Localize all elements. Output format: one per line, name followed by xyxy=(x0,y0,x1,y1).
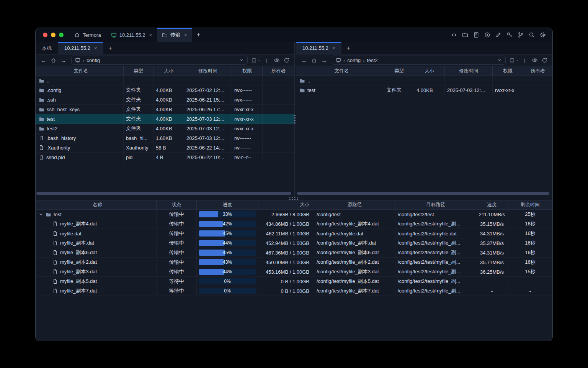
close-icon[interactable]: × xyxy=(94,46,97,51)
column-header-target[interactable]: 目标路径 xyxy=(395,200,476,209)
chevron-down-icon[interactable] xyxy=(239,58,244,62)
column-header-size[interactable]: 大小 xyxy=(414,66,445,76)
left-file-table: 文件名 类型 大小 修改时间 权限 所有者 .. xyxy=(36,66,294,197)
column-header-name[interactable]: 名称 xyxy=(36,200,157,209)
file-row[interactable]: .Xauthority Xauthority 58 B 2025-06-22 1… xyxy=(36,143,294,153)
column-header-owner[interactable]: 所有者 xyxy=(523,66,552,76)
right-path-bar[interactable]: › config › test2 xyxy=(332,56,506,65)
file-row[interactable]: test 文件夹 4.00KB 2025-07-03 12:... rwxr-x… xyxy=(296,85,552,95)
horizontal-splitter[interactable] xyxy=(36,197,552,200)
transfer-row[interactable]: myfile_副本.dat 传输中 44% 452.94MB / 1.00GB … xyxy=(36,238,552,248)
expand-chevron-icon[interactable] xyxy=(39,212,43,217)
file-row[interactable]: .config 文件夹 4.00KB 2025-07-02 12:... rwx… xyxy=(36,85,294,95)
show-hidden-button[interactable] xyxy=(272,56,281,65)
home-button[interactable] xyxy=(310,56,318,65)
settings-button[interactable] xyxy=(539,31,546,39)
tab-transfer[interactable]: 传输 × xyxy=(157,28,192,42)
left-new-tab-button[interactable]: + xyxy=(103,42,117,54)
file-row[interactable]: test2 文件夹 4.00KB 2025-07-03 12:... rwxr-… xyxy=(36,124,294,133)
back-button[interactable]: ← xyxy=(300,56,309,65)
transfer-row[interactable]: myfile_副本3.dat 传输中 44% 453.16MB / 1.00GB… xyxy=(36,267,552,277)
column-header-speed[interactable]: 速度 xyxy=(476,200,508,209)
file-row[interactable]: test 文件夹 4.00KB 2025-07-03 12:... rwxr-x… xyxy=(36,114,294,124)
file-row[interactable]: .. xyxy=(296,76,552,85)
column-header-eta[interactable]: 剩余时间 xyxy=(508,200,552,209)
show-hidden-button[interactable] xyxy=(530,56,539,65)
minimize-window-button[interactable] xyxy=(51,33,56,37)
progress-label: 45% xyxy=(199,230,256,237)
file-row[interactable]: ssh_host_keys 文件夹 4.00KB 2025-06-26 17:.… xyxy=(36,105,294,114)
file-perm xyxy=(493,76,523,85)
column-header-mtime[interactable]: 修改时间 xyxy=(184,66,232,76)
refresh-button[interactable] xyxy=(540,56,549,65)
close-icon[interactable]: × xyxy=(184,33,187,38)
forward-button[interactable]: → xyxy=(59,56,68,65)
transfer-name: myfile_副本.dat xyxy=(60,240,94,246)
close-window-button[interactable] xyxy=(43,33,47,37)
column-header-status[interactable]: 状态 xyxy=(157,200,197,209)
breadcrumb-segment[interactable]: test2 xyxy=(367,58,377,63)
tab-left-host[interactable]: 10.211.55.2 × xyxy=(58,42,103,54)
sftp-button[interactable] xyxy=(461,31,469,39)
transfer-row[interactable]: myfile.dat 传输中 45% 462.11MB / 1.00GB /co… xyxy=(36,229,552,238)
tab-termora-home[interactable]: Termora xyxy=(69,28,106,42)
transfer-row[interactable]: myfile_副本2.dat 传输中 43% 450.00MB / 1.00GB… xyxy=(36,258,552,267)
zoom-window-button[interactable] xyxy=(59,33,64,37)
horizontal-scrollbar[interactable] xyxy=(36,192,291,195)
breadcrumb-segment[interactable]: config xyxy=(347,58,361,63)
computer-icon xyxy=(75,58,80,63)
column-header-perm[interactable]: 权限 xyxy=(493,66,523,76)
tab-ssh-host[interactable]: 10.211.55.2 × xyxy=(106,28,157,42)
horizontal-scrollbar[interactable] xyxy=(297,192,549,195)
code-button[interactable] xyxy=(450,31,457,39)
file-row[interactable]: .. xyxy=(36,76,294,85)
back-button[interactable]: ← xyxy=(39,56,48,65)
column-header-filename[interactable]: 文件名 xyxy=(36,66,124,76)
transfer-row[interactable]: test 传输中 33% 2.66GB / 8.00GB /config/tes… xyxy=(36,210,552,219)
column-header-filename[interactable]: 文件名 xyxy=(296,66,384,76)
column-header-size[interactable]: 大小 xyxy=(154,66,184,76)
right-new-tab-button[interactable]: + xyxy=(341,42,355,54)
column-header-perm[interactable]: 权限 xyxy=(232,66,263,76)
file-row[interactable]: sshd.pid pid 4 B 2025-06-22 10:... rw-r-… xyxy=(36,153,294,162)
column-header-source[interactable]: 源路径 xyxy=(314,200,395,209)
column-header-owner[interactable]: 所有者 xyxy=(263,66,294,76)
upload-button[interactable]: ↑ xyxy=(520,56,529,65)
keys-button[interactable] xyxy=(506,31,513,39)
bookmarks-button[interactable] xyxy=(509,56,519,65)
progress-bar: 44% xyxy=(199,269,256,275)
transfer-row[interactable]: myfile_副本4.dat 传输中 42% 434.86MB / 1.00GB… xyxy=(36,219,552,229)
chevron-down-icon[interactable] xyxy=(497,58,502,62)
close-icon[interactable]: × xyxy=(149,33,152,38)
tab-local[interactable]: 本机 xyxy=(36,42,58,54)
column-header-mtime[interactable]: 修改时间 xyxy=(445,66,493,76)
close-icon[interactable]: × xyxy=(332,46,335,51)
transfer-row[interactable]: myfile_副本5.dat 等待中 0% 0 B / 1.00GB /conf… xyxy=(36,277,552,286)
refresh-button[interactable] xyxy=(282,56,291,65)
record-button[interactable] xyxy=(483,31,491,39)
home-button[interactable] xyxy=(49,56,58,65)
edit-button[interactable] xyxy=(495,31,502,39)
forward-button[interactable]: → xyxy=(320,56,328,65)
new-tab-button[interactable]: + xyxy=(192,28,205,42)
search-button[interactable] xyxy=(528,31,535,39)
transfer-target-path: /config/test2/test/myfile_副... xyxy=(395,286,476,296)
bookmarks-button[interactable] xyxy=(251,56,261,65)
port-forward-button[interactable] xyxy=(517,31,524,39)
breadcrumb-segment[interactable]: config xyxy=(87,58,100,63)
column-header-type[interactable]: 类型 xyxy=(384,66,414,76)
tab-right-host[interactable]: 10.211.55.2 × xyxy=(296,42,341,54)
column-header-size[interactable]: 大小 xyxy=(258,200,314,209)
transfer-row[interactable]: myfile_副本6.dat 传输中 45% 467.36MB / 1.00GB… xyxy=(36,248,552,258)
file-row[interactable]: .bash_history bash_hi... 1.60KB 2025-07-… xyxy=(36,133,294,143)
transfer-name: myfile_副本7.dat xyxy=(60,288,97,294)
column-header-progress[interactable]: 进度 xyxy=(197,200,258,209)
upload-button[interactable]: ↑ xyxy=(262,56,271,65)
transfer-row[interactable]: myfile_副本7.dat 等待中 0% 0 B / 1.00GB /conf… xyxy=(36,286,552,296)
column-header-type[interactable]: 类型 xyxy=(124,66,154,76)
file-row[interactable]: .ssh 文件夹 4.00KB 2025-06-21 15:... rwx---… xyxy=(36,95,294,105)
log-button[interactable] xyxy=(472,31,480,39)
progress-bar: 45% xyxy=(199,230,256,237)
right-table-header: 文件名 类型 大小 修改时间 权限 所有者 xyxy=(296,66,552,76)
left-path-bar[interactable]: › config xyxy=(71,56,248,65)
